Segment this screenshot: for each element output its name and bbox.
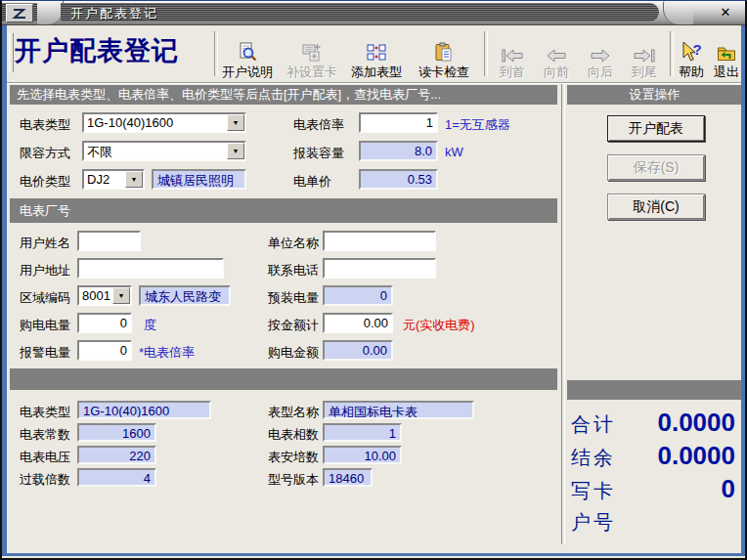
chevron-down-icon[interactable]: ▼ [125, 171, 143, 188]
total-label: 合计 [571, 411, 616, 438]
preset-energy-label: 预装电量 [268, 289, 319, 307]
factory-no-bar: 电表厂号 [10, 198, 557, 223]
purchase-energy-label: 购电电量 [20, 317, 70, 334]
write-card-value: 0 [722, 474, 735, 504]
balance-label: 结余 [571, 445, 616, 471]
org-name-input[interactable] [323, 231, 436, 251]
chevron-down-icon[interactable]: ▼ [112, 287, 130, 304]
purchase-amount-label: 购电金额 [268, 344, 319, 362]
titlebar-curve [37, 1, 64, 24]
toolbar-button-first: 到首 [492, 30, 533, 79]
by-amount-input[interactable] [323, 313, 393, 333]
toolbar-button-read-card-check[interactable]: 读卡检查 [414, 30, 474, 79]
phone-label: 联系电话 [268, 262, 319, 280]
balance-value: 0.0000 [657, 441, 735, 471]
toolbar-grip[interactable] [9, 33, 14, 72]
panel-divider [561, 83, 565, 544]
write-card-label: 写卡 [571, 478, 616, 504]
meter-ratio-hint: 1=无互感器 [445, 116, 510, 134]
price-type-desc-field: 城镇居民照明 [152, 169, 246, 190]
window-frame-left [2, 22, 7, 556]
capacity-label: 报装容量 [293, 145, 344, 162]
inv-overload-field: 4 [77, 468, 156, 487]
account-no-label: 户号 [571, 509, 616, 536]
inv-ampere-field: 10.00 [323, 446, 402, 464]
toolbar-separator [484, 31, 488, 76]
instruction-bar: 先选择电表类型、电表倍率、电价类型等后点击[开户配表]，查找电表厂号... [10, 85, 557, 105]
exit-folder-icon [716, 41, 737, 63]
purchase-energy-input[interactable] [77, 313, 132, 333]
by-amount-label: 按金额计 [268, 317, 319, 334]
toolbar-button-add-meter-model[interactable]: 添加表型 [347, 30, 406, 79]
inv-meter-type-label: 电表类型 [20, 404, 70, 421]
prev-arrow-icon [546, 41, 567, 63]
toolbar-button-help[interactable]: ? 帮助 [674, 30, 709, 79]
by-amount-hint: 元(实收电费) [403, 317, 475, 334]
document-magnifier-icon [237, 41, 258, 63]
inv-overload-label: 过载倍数 [20, 471, 70, 489]
close-button[interactable]: ✕ [716, 4, 735, 21]
clipboard-check-icon [433, 41, 455, 63]
toolbar-button-exit[interactable]: 退出 [709, 30, 744, 79]
inventory-bar [10, 368, 557, 390]
inv-version-label: 型号版本 [268, 471, 319, 489]
window-frame-right [741, 22, 745, 556]
window-frame-bottom [2, 553, 745, 556]
title-bar[interactable]: 开户配表登记 ✕ [2, 1, 745, 25]
limit-mode-select[interactable]: 不限 ▼ [82, 141, 246, 161]
app-logo-icon [12, 8, 27, 20]
user-name-input[interactable] [77, 231, 141, 251]
alarm-energy-label: 报警电量 [20, 344, 70, 362]
window-title: 开户配表登记 [70, 5, 158, 22]
preset-energy-field: 0 [323, 285, 393, 306]
chevron-down-icon[interactable]: ▼ [227, 143, 244, 159]
toolbar-button-open-help[interactable]: 开户说明 [218, 30, 277, 79]
phone-input[interactable] [323, 258, 436, 279]
region-desc-field: 城东人民路变 [139, 285, 231, 306]
inv-voltage-field: 220 [77, 446, 156, 464]
meter-type-label: 电表类型 [20, 116, 70, 134]
alarm-energy-input[interactable] [77, 340, 132, 361]
inv-constant-field: 1600 [77, 423, 156, 442]
inv-meter-type-field: 1G-10(40)1600 [77, 401, 211, 419]
limit-mode-label: 限容方式 [20, 145, 70, 162]
app-window: 开户配表登记 ✕ 开户配表登记 开户说明 补设置卡 添加表型 读卡检查 [0, 0, 747, 560]
toolbar-button-previous: 向前 [536, 30, 577, 79]
confirm-bar [567, 380, 742, 400]
factory-no-label: 电表厂号 [20, 202, 70, 220]
svg-text:?: ? [693, 41, 702, 58]
meter-ratio-input[interactable] [359, 112, 438, 133]
inv-model-name-label: 表型名称 [268, 404, 319, 421]
region-select[interactable]: 8001 ▼ [77, 285, 132, 306]
cancel-button[interactable]: 取消(C) [607, 194, 705, 220]
capacity-field: 8.0 [359, 141, 438, 161]
card-plus-icon [301, 41, 323, 63]
chevron-down-icon[interactable]: ▼ [227, 114, 244, 131]
capacity-unit: kW [445, 145, 463, 159]
meter-type-select[interactable]: 1G-10(40)1600 ▼ [82, 112, 246, 133]
toolbar: 开户配表登记 开户说明 补设置卡 添加表型 读卡检查 到首 [7, 25, 741, 83]
address-input[interactable] [77, 258, 224, 279]
inv-ampere-label: 表安培数 [268, 449, 319, 466]
last-arrow-icon [634, 41, 655, 63]
add-meter-model-icon [366, 41, 387, 63]
unit-price-label: 电单价 [293, 173, 331, 191]
save-button: 保存(S) [607, 154, 705, 181]
org-name-label: 单位名称 [268, 235, 319, 252]
user-name-label: 用户姓名 [20, 235, 70, 252]
price-type-select[interactable]: DJ2 ▼ [82, 169, 145, 190]
address-label: 用户地址 [20, 262, 70, 280]
inv-phase-field: 1 [323, 423, 402, 442]
inv-constant-label: 电表常数 [20, 426, 70, 444]
meter-ratio-label: 电表倍率 [293, 116, 344, 134]
toolbar-button-supplement-card: 补设置卡 [283, 30, 341, 79]
purchase-amount-field: 0.00 [323, 340, 393, 361]
open-account-button[interactable]: 开户配表 [607, 115, 705, 142]
help-cursor-icon: ? [681, 41, 702, 63]
next-arrow-icon [590, 41, 611, 63]
system-menu-button[interactable] [6, 4, 33, 22]
inv-model-name-field: 单相国标电卡表 [323, 401, 474, 419]
instruction-text: 先选择电表类型、电表倍率、电价类型等后点击[开户配表]，查找电表厂号... [17, 86, 441, 104]
page-title: 开户配表登记 [15, 33, 179, 68]
inv-version-field: 18460 [323, 468, 373, 487]
